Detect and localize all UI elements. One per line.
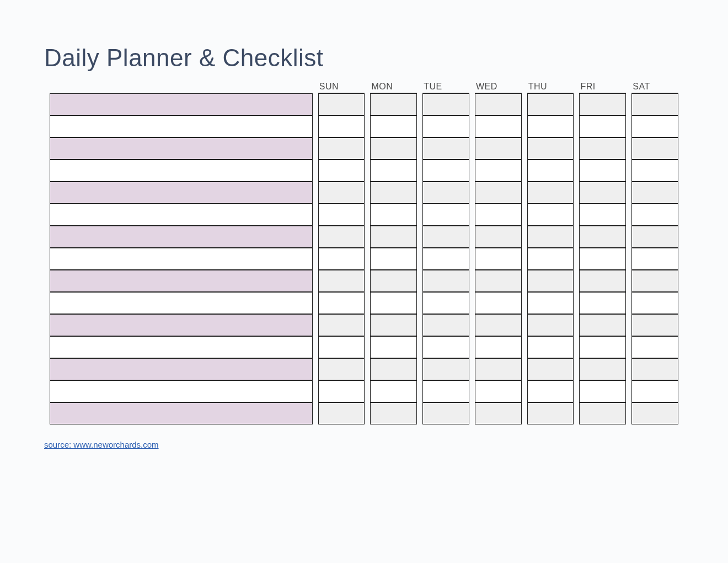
day-cell[interactable] [579, 93, 626, 115]
day-cell[interactable] [370, 270, 417, 292]
task-cell[interactable] [50, 402, 313, 424]
day-cell[interactable] [579, 380, 626, 402]
source-link[interactable]: source: www.neworchards.com [44, 440, 159, 449]
day-cell[interactable] [475, 160, 522, 182]
day-cell[interactable] [370, 226, 417, 248]
day-cell[interactable] [370, 292, 417, 314]
day-cell[interactable] [475, 314, 522, 336]
day-cell[interactable] [370, 160, 417, 182]
day-cell[interactable] [527, 314, 574, 336]
day-cell[interactable] [370, 358, 417, 380]
day-cell[interactable] [318, 314, 365, 336]
day-cell[interactable] [579, 182, 626, 204]
day-cell[interactable] [631, 182, 678, 204]
day-cell[interactable] [318, 248, 365, 270]
day-cell[interactable] [318, 204, 365, 226]
task-cell[interactable] [50, 204, 313, 226]
day-cell[interactable] [527, 93, 574, 115]
day-cell[interactable] [370, 248, 417, 270]
day-cell[interactable] [370, 182, 417, 204]
day-cell[interactable] [370, 115, 417, 137]
day-cell[interactable] [579, 204, 626, 226]
day-cell[interactable] [579, 402, 626, 424]
day-cell[interactable] [422, 270, 469, 292]
day-cell[interactable] [422, 336, 469, 358]
day-cell[interactable] [475, 292, 522, 314]
day-cell[interactable] [631, 137, 678, 160]
day-cell[interactable] [527, 270, 574, 292]
day-cell[interactable] [422, 402, 469, 424]
day-cell[interactable] [631, 314, 678, 336]
task-cell[interactable] [50, 137, 313, 160]
day-cell[interactable] [579, 248, 626, 270]
day-cell[interactable] [318, 137, 365, 160]
day-cell[interactable] [475, 248, 522, 270]
day-cell[interactable] [631, 93, 678, 115]
day-cell[interactable] [422, 292, 469, 314]
day-cell[interactable] [370, 336, 417, 358]
day-cell[interactable] [527, 292, 574, 314]
day-cell[interactable] [579, 226, 626, 248]
task-cell[interactable] [50, 380, 313, 402]
task-cell[interactable] [50, 292, 313, 314]
day-cell[interactable] [475, 204, 522, 226]
day-cell[interactable] [318, 380, 365, 402]
day-cell[interactable] [579, 270, 626, 292]
day-cell[interactable] [527, 137, 574, 160]
task-cell[interactable] [50, 358, 313, 380]
task-cell[interactable] [50, 314, 313, 336]
day-cell[interactable] [527, 226, 574, 248]
task-cell[interactable] [50, 226, 313, 248]
day-cell[interactable] [527, 160, 574, 182]
day-cell[interactable] [475, 115, 522, 137]
day-cell[interactable] [422, 380, 469, 402]
day-cell[interactable] [370, 93, 417, 115]
day-cell[interactable] [527, 358, 574, 380]
day-cell[interactable] [422, 314, 469, 336]
task-cell[interactable] [50, 336, 313, 358]
task-cell[interactable] [50, 182, 313, 204]
day-cell[interactable] [527, 204, 574, 226]
day-cell[interactable] [527, 182, 574, 204]
day-cell[interactable] [318, 336, 365, 358]
day-cell[interactable] [318, 160, 365, 182]
day-cell[interactable] [631, 336, 678, 358]
day-cell[interactable] [422, 358, 469, 380]
day-cell[interactable] [579, 160, 626, 182]
day-cell[interactable] [318, 270, 365, 292]
day-cell[interactable] [579, 358, 626, 380]
day-cell[interactable] [527, 248, 574, 270]
day-cell[interactable] [318, 226, 365, 248]
day-cell[interactable] [370, 137, 417, 160]
day-cell[interactable] [422, 115, 469, 137]
task-cell[interactable] [50, 270, 313, 292]
day-cell[interactable] [631, 380, 678, 402]
day-cell[interactable] [579, 115, 626, 137]
day-cell[interactable] [579, 336, 626, 358]
day-cell[interactable] [631, 270, 678, 292]
task-cell[interactable] [50, 115, 313, 137]
task-cell[interactable] [50, 93, 313, 115]
day-cell[interactable] [318, 115, 365, 137]
day-cell[interactable] [527, 380, 574, 402]
day-cell[interactable] [475, 336, 522, 358]
day-cell[interactable] [422, 93, 469, 115]
day-cell[interactable] [370, 314, 417, 336]
day-cell[interactable] [422, 204, 469, 226]
day-cell[interactable] [579, 314, 626, 336]
day-cell[interactable] [370, 204, 417, 226]
day-cell[interactable] [579, 137, 626, 160]
day-cell[interactable] [318, 93, 365, 115]
day-cell[interactable] [422, 226, 469, 248]
day-cell[interactable] [527, 336, 574, 358]
day-cell[interactable] [370, 402, 417, 424]
day-cell[interactable] [475, 380, 522, 402]
day-cell[interactable] [318, 402, 365, 424]
day-cell[interactable] [475, 226, 522, 248]
day-cell[interactable] [475, 402, 522, 424]
day-cell[interactable] [631, 402, 678, 424]
day-cell[interactable] [631, 160, 678, 182]
day-cell[interactable] [422, 137, 469, 160]
day-cell[interactable] [475, 93, 522, 115]
task-cell[interactable] [50, 160, 313, 182]
